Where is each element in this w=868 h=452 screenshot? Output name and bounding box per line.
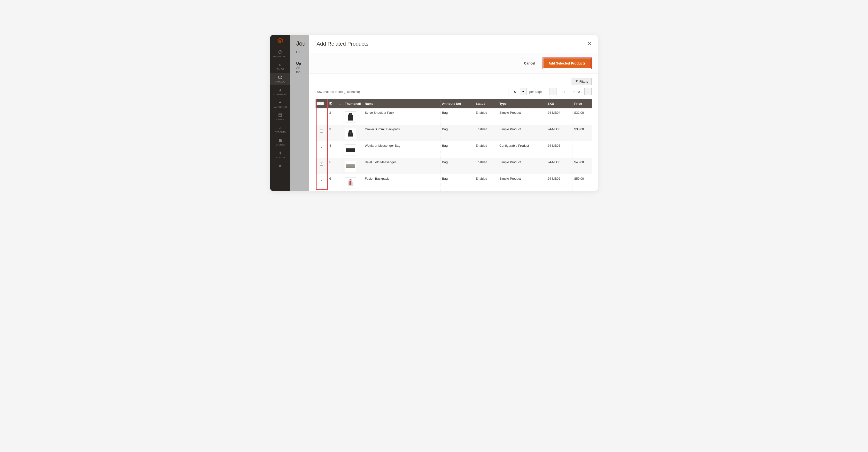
cell-id: 5	[328, 158, 343, 174]
page-size-dropdown[interactable]: ▼	[520, 88, 527, 95]
col-header-id[interactable]: ID↓	[328, 99, 343, 108]
cell-attribute-set: Bag	[440, 141, 474, 158]
cell-attribute-set: Bag	[440, 174, 474, 191]
col-header-status[interactable]: Status	[474, 99, 498, 108]
table-row[interactable]: 4Wayfarer Messenger BagBagEnabledConfigu…	[316, 141, 592, 158]
cell-type: Configurable Product	[498, 141, 546, 158]
svg-rect-11	[346, 148, 355, 149]
row-checkbox[interactable]	[320, 129, 323, 133]
records-found-text: 2057 records found (3 selected)	[316, 90, 360, 93]
col-header-name[interactable]: Name	[363, 99, 440, 108]
row-checkbox[interactable]	[320, 179, 323, 182]
product-thumbnail	[345, 177, 356, 189]
grid-toolbar: Filters	[316, 78, 592, 85]
cell-status: Enabled	[474, 108, 498, 125]
highlight-box-primary: Add Selected Products	[542, 57, 592, 69]
svg-rect-12	[346, 164, 355, 168]
col-header-thumbnail[interactable]: Thumbnail	[343, 99, 363, 108]
app-window: DASHBOARD $ SALES CATALOG CUSTOMERS MARK…	[270, 35, 598, 191]
chevron-down-icon: ▼	[320, 102, 323, 105]
cell-price	[573, 141, 592, 158]
cell-name: Rival Field Messenger	[363, 158, 440, 174]
cell-name: Fusion Backpack	[363, 174, 440, 191]
modal-action-bar: Cancel Add Selected Products	[309, 53, 598, 74]
cell-id: 6	[328, 174, 343, 191]
cell-sku: 24-MB04	[546, 108, 572, 125]
cell-name: Crown Summit Backpack	[363, 125, 440, 141]
next-page-button[interactable]: ›	[584, 88, 592, 95]
add-related-products-modal: Add Related Products ✕ Cancel Add Select…	[309, 35, 598, 191]
page-size-selector[interactable]: ▼	[508, 88, 527, 95]
col-header-id-label: ID	[330, 102, 333, 106]
table-row[interactable]: 2Strive Shoulder PackBagEnabledSimple Pr…	[316, 108, 592, 125]
row-checkbox[interactable]	[320, 113, 323, 116]
cell-sku: 24-MB06	[546, 158, 572, 174]
product-thumbnail	[345, 128, 356, 139]
chevron-right-icon: ›	[588, 90, 589, 93]
modal-title: Add Related Products	[316, 41, 368, 47]
filters-button-label: Filters	[580, 80, 588, 83]
cancel-button[interactable]: Cancel	[524, 61, 535, 65]
cell-attribute-set: Bag	[440, 108, 474, 125]
checkbox-indeterminate-icon	[317, 102, 320, 105]
cell-price: $45.00	[573, 158, 592, 174]
cell-sku: 24-MB02	[546, 174, 572, 191]
close-button[interactable]: ✕	[587, 41, 592, 47]
cell-price: $59.00	[573, 174, 592, 191]
cell-id: 3	[328, 125, 343, 141]
cell-type: Simple Product	[498, 158, 546, 174]
col-header-sku[interactable]: SKU	[546, 99, 572, 108]
filters-button[interactable]: Filters	[571, 78, 592, 85]
cell-id: 4	[328, 141, 343, 158]
table-row[interactable]: 6Fusion BackpackBagEnabledSimple Product…	[316, 174, 592, 191]
page-total-label: of 103	[573, 90, 582, 93]
cell-type: Simple Product	[498, 125, 546, 141]
products-table-wrap: ▼ ID↓ Thumbnail Name Attribute Set Statu…	[316, 99, 592, 191]
prev-page-button[interactable]: ‹	[550, 88, 557, 95]
products-table: ▼ ID↓ Thumbnail Name Attribute Set Statu…	[316, 99, 592, 191]
per-page-label: per page	[529, 90, 542, 93]
cell-name: Wayfarer Messenger Bag	[363, 141, 440, 158]
cell-status: Enabled	[474, 174, 498, 191]
add-selected-products-button[interactable]: Add Selected Products	[544, 58, 591, 68]
cell-type: Simple Product	[498, 108, 546, 125]
chevron-left-icon: ‹	[553, 90, 554, 93]
funnel-icon	[575, 80, 578, 83]
cell-status: Enabled	[474, 158, 498, 174]
pagination-controls: ▼ per page ‹ of 103 ›	[508, 88, 592, 95]
row-checkbox[interactable]	[320, 146, 323, 149]
master-checkbox[interactable]: ▼	[317, 102, 324, 105]
svg-rect-9	[350, 132, 351, 134]
product-thumbnail	[345, 161, 356, 172]
cell-price: $32.00	[573, 108, 592, 125]
col-header-price[interactable]: Price	[573, 99, 592, 108]
current-page-input[interactable]	[560, 88, 570, 95]
cell-attribute-set: Bag	[440, 125, 474, 141]
table-row[interactable]: 3Crown Summit BackpackBagEnabledSimple P…	[316, 125, 592, 141]
row-checkbox[interactable]	[320, 162, 323, 166]
close-icon: ✕	[587, 41, 592, 47]
cell-price: $38.00	[573, 125, 592, 141]
records-row: 2057 records found (3 selected) ▼ per pa…	[316, 88, 592, 95]
cell-id: 2	[328, 108, 343, 125]
page-size-input[interactable]	[508, 88, 520, 95]
cell-sku: 24-MB05	[546, 141, 572, 158]
cell-name: Strive Shoulder Pack	[363, 108, 440, 125]
cell-sku: 24-MB03	[546, 125, 572, 141]
cell-status: Enabled	[474, 125, 498, 141]
product-thumbnail	[345, 111, 356, 122]
cell-status: Enabled	[474, 141, 498, 158]
table-row[interactable]: 5Rival Field MessengerBagEnabledSimple P…	[316, 158, 592, 174]
col-header-select[interactable]: ▼	[316, 99, 328, 108]
modal-header: Add Related Products ✕	[309, 35, 598, 53]
col-header-attribute-set[interactable]: Attribute Set	[440, 99, 474, 108]
cell-attribute-set: Bag	[440, 158, 474, 174]
col-header-type[interactable]: Type	[498, 99, 546, 108]
modal-body: Filters 2057 records found (3 selected) …	[309, 74, 598, 191]
product-thumbnail	[345, 144, 356, 156]
cell-type: Simple Product	[498, 174, 546, 191]
sort-arrow-down-icon: ↓	[339, 102, 341, 106]
